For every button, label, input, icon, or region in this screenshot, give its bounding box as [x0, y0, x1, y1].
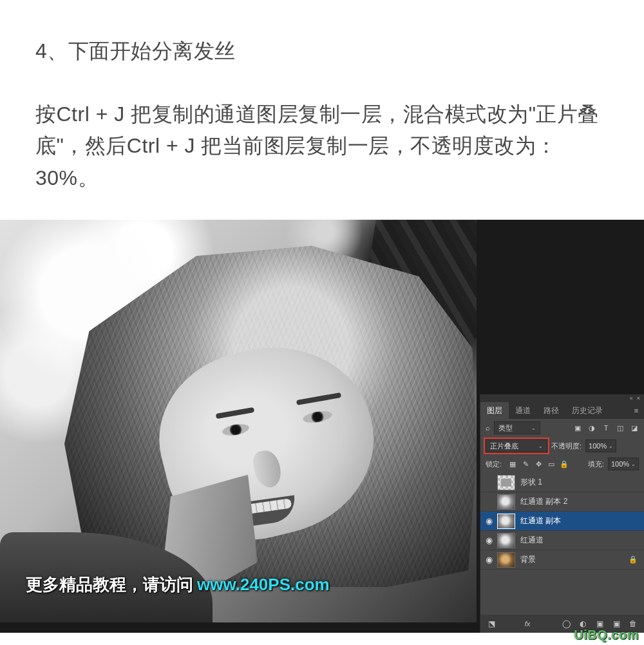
editor-screenshot: « × 图层 通道 路径 历史记录 ≡ ⌕ 类型 ⌄ ▣ ◑ T ◫ ◪	[0, 220, 644, 633]
promo-caption-link[interactable]: www.240PS.com	[197, 575, 330, 595]
canvas-image	[0, 220, 477, 622]
lock-all-icon[interactable]: 🔒	[560, 460, 569, 468]
layer-row[interactable]: ◉ 背景 🔒	[480, 550, 644, 570]
close-icon[interactable]: ×	[637, 395, 640, 401]
chevron-down-icon: ⌄	[531, 425, 536, 431]
layer-row[interactable]: ◉ 红通道	[480, 531, 644, 550]
filter-kind-select[interactable]: 类型 ⌄	[494, 421, 540, 434]
layers-panel: « × 图层 通道 路径 历史记录 ≡ ⌕ 类型 ⌄ ▣ ◑ T ◫ ◪	[480, 394, 644, 633]
opacity-label: 不透明度:	[551, 441, 582, 451]
layer-row[interactable]: 红通道 副本 2	[480, 492, 644, 512]
layer-name[interactable]: 背景	[520, 554, 536, 565]
layer-name[interactable]: 红通道 副本 2	[520, 496, 567, 507]
tab-paths[interactable]: 路径	[537, 402, 565, 419]
fill-label: 填充:	[588, 459, 604, 469]
layer-filter-row: ⌕ 类型 ⌄ ▣ ◑ T ◫ ◪	[480, 419, 644, 437]
visibility-toggle[interactable]: ◉	[480, 555, 497, 564]
link-layers-icon[interactable]: ⬔	[487, 619, 496, 628]
lock-row: 锁定: ▦ ✎ ✥ ▭ 🔒 填充: 100% ⌄	[480, 455, 644, 473]
chevron-down-icon: ⌄	[609, 443, 613, 449]
panel-menu-icon[interactable]: ≡	[629, 402, 644, 419]
opacity-value: 100%	[589, 442, 607, 450]
visibility-toggle[interactable]: ◉	[480, 516, 497, 526]
panel-topstrip: « ×	[480, 394, 644, 402]
lock-pixels-icon[interactable]: ▦	[508, 460, 517, 468]
tab-history[interactable]: 历史记录	[565, 402, 609, 419]
chevron-down-icon: ⌄	[538, 443, 543, 449]
site-watermark: UiBQ.com	[574, 628, 639, 642]
lock-icon: 🔒	[629, 555, 638, 564]
layer-row[interactable]: ◉ 红通道 副本	[480, 512, 644, 531]
layers-list: 形状 1 红通道 副本 2 ◉ 红通道 副本 ◉ 红通道 ◉ 背景 �	[480, 473, 644, 570]
filter-adjust-icon[interactable]: ◑	[587, 424, 596, 432]
lock-artboard-icon[interactable]: ▭	[547, 460, 556, 468]
layer-row[interactable]: 形状 1	[480, 473, 644, 492]
filter-shape-icon[interactable]: ◫	[616, 424, 625, 432]
lock-label: 锁定:	[486, 459, 502, 469]
promo-caption: 更多精品教程，请访问 www.240PS.com	[26, 573, 330, 596]
layer-name[interactable]: 形状 1	[520, 477, 542, 488]
step-body: 按Ctrl + J 把复制的通道图层复制一层，混合模式改为"正片叠底"，然后Ct…	[35, 99, 609, 195]
filter-kind-label: 类型	[498, 423, 513, 433]
tab-channels[interactable]: 通道	[509, 402, 537, 419]
lock-position-icon[interactable]: ✥	[534, 460, 543, 468]
lock-brush-icon[interactable]: ✎	[521, 460, 530, 468]
tutorial-text-block: 4、下面开始分离发丝 按Ctrl + J 把复制的通道图层复制一层，混合模式改为…	[0, 0, 644, 220]
search-icon[interactable]: ⌕	[486, 424, 490, 432]
promo-caption-text: 更多精品教程，请访问	[26, 573, 193, 596]
filter-type-icons: ▣ ◑ T ◫ ◪	[573, 424, 639, 432]
chevron-down-icon: ⌄	[631, 461, 636, 467]
layer-fx-icon[interactable]: fx	[523, 620, 532, 628]
layer-thumbnail[interactable]	[497, 475, 515, 490]
layer-thumbnail[interactable]	[497, 533, 515, 548]
visibility-toggle[interactable]: ◉	[480, 535, 497, 545]
blend-mode-value: 正片叠底	[490, 441, 518, 451]
filter-pixel-icon[interactable]: ▣	[573, 424, 582, 432]
filter-smart-icon[interactable]: ◪	[630, 424, 639, 432]
step-heading: 4、下面开始分离发丝	[35, 35, 609, 68]
filter-text-icon[interactable]: T	[601, 424, 611, 432]
layer-thumbnail[interactable]	[497, 514, 515, 529]
fill-value: 100%	[611, 460, 629, 468]
layer-thumbnail[interactable]	[497, 494, 515, 510]
blend-mode-select[interactable]: 正片叠底 ⌄	[486, 439, 547, 452]
collapse-icon[interactable]: «	[630, 395, 633, 401]
add-mask-icon[interactable]: ◯	[562, 619, 571, 628]
tab-layers[interactable]: 图层	[480, 402, 509, 419]
layer-name[interactable]: 红通道 副本	[520, 515, 561, 526]
layer-name[interactable]: 红通道	[520, 535, 544, 546]
opacity-input[interactable]: 100% ⌄	[585, 439, 616, 452]
layer-thumbnail[interactable]	[497, 552, 515, 568]
lock-icon-group: ▦ ✎ ✥ ▭ 🔒	[508, 460, 569, 468]
blend-mode-row: 正片叠底 ⌄ 不透明度: 100% ⌄	[480, 437, 644, 455]
fill-input[interactable]: 100% ⌄	[608, 457, 639, 470]
panel-tabs: 图层 通道 路径 历史记录 ≡	[480, 402, 644, 419]
